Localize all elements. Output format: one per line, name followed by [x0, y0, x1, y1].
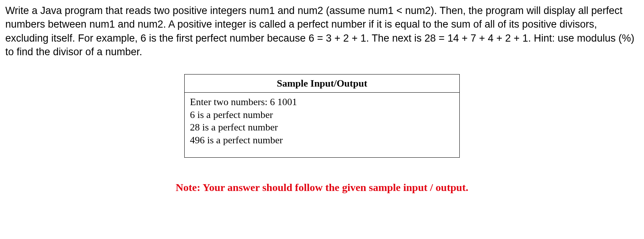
note-text: Note: Your answer should follow the give…	[5, 180, 639, 195]
question-text: Write a Java program that reads two posi…	[5, 4, 639, 59]
sample-io-table: Sample Input/Output Enter two numbers: 6…	[184, 74, 460, 158]
sample-io-content: Enter two numbers: 6 1001 6 is a perfect…	[185, 92, 460, 157]
sample-line: Enter two numbers: 6 1001	[190, 96, 454, 109]
sample-line: 28 is a perfect number	[190, 121, 454, 134]
sample-io-header: Sample Input/Output	[185, 74, 460, 92]
sample-line: 496 is a perfect number	[190, 134, 454, 147]
sample-line: 6 is a perfect number	[190, 109, 454, 121]
sample-table-container: Sample Input/Output Enter two numbers: 6…	[5, 74, 639, 158]
